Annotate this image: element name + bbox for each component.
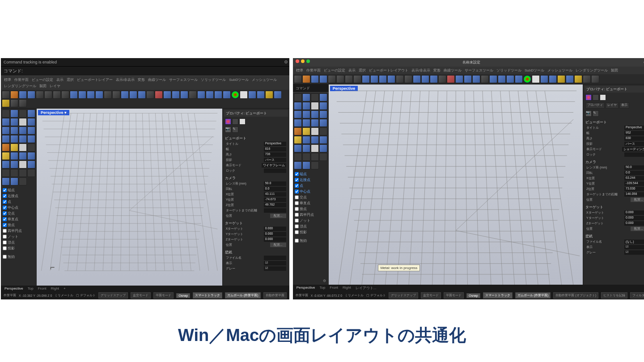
toolbar-icon[interactable]	[481, 75, 489, 83]
tab-icon[interactable]	[239, 118, 246, 125]
tool-icon[interactable]	[302, 136, 310, 144]
toolbar-icon[interactable]	[583, 75, 591, 83]
prop-value[interactable]: 146.058	[624, 192, 644, 197]
tool-icon[interactable]	[294, 110, 302, 118]
prop-value[interactable]: パース	[264, 158, 286, 162]
toolbar-icon[interactable]	[214, 91, 222, 99]
cam-icon[interactable]: 📷	[225, 126, 231, 133]
osnap-option[interactable]: 近接点	[294, 177, 320, 183]
tool-icon[interactable]	[19, 109, 27, 118]
prop-value[interactable]: 0.000	[264, 237, 286, 242]
prop-value[interactable]: 0.000	[624, 210, 644, 215]
toolbar-icon[interactable]	[19, 91, 27, 99]
view-tab[interactable]: Top	[28, 286, 34, 290]
status-toggle[interactable]: 自動作業平面	[263, 292, 287, 299]
toolbar-icon[interactable]	[506, 75, 514, 83]
prop-value[interactable]: 0.0	[624, 171, 644, 175]
toolbar-icon[interactable]	[206, 91, 214, 99]
view-tab[interactable]: Perspective	[297, 286, 315, 290]
traffic-lights[interactable]	[296, 59, 310, 63]
tool-icon[interactable]	[19, 135, 27, 143]
prop-value[interactable]: 0.000	[624, 221, 644, 226]
osnap-option[interactable]: ノット	[2, 234, 36, 240]
menu-item[interactable]: 選択	[65, 77, 75, 83]
toolbar-icon[interactable]	[515, 75, 523, 83]
tool-icon[interactable]	[10, 126, 18, 135]
toolbar-icon[interactable]	[112, 91, 120, 99]
tool-icon[interactable]	[10, 118, 18, 126]
place-button[interactable]: 配置...	[270, 214, 286, 218]
prop-value[interactable]: ☑	[264, 266, 286, 271]
material-icon[interactable]	[225, 118, 231, 125]
tool-icon[interactable]	[27, 126, 35, 135]
tool-icon[interactable]	[2, 169, 10, 177]
toolbar-icon[interactable]	[370, 75, 378, 83]
tool-icon[interactable]	[302, 144, 310, 152]
tool-icon[interactable]	[27, 152, 35, 160]
tool-icon[interactable]	[311, 93, 319, 101]
osnap-option[interactable]: 中心点	[294, 189, 320, 194]
osnap-option[interactable]: 四半円点	[2, 228, 36, 234]
menu-item[interactable]: 表示/非表示	[410, 67, 432, 73]
prop-value[interactable]: 50.0	[624, 165, 644, 170]
tool-icon[interactable]	[27, 169, 35, 177]
menu-item[interactable]: メッシュツール	[546, 67, 574, 73]
toolbar-icon[interactable]	[257, 91, 265, 99]
prop-value[interactable]: ワイヤフレーム	[262, 163, 286, 168]
toolbar-icon[interactable]	[223, 91, 231, 99]
prop-value[interactable]: (なし)	[624, 240, 644, 244]
place-button[interactable]: 配置...	[270, 243, 286, 247]
place-button[interactable]: 配置...	[631, 227, 644, 231]
tool-icon[interactable]	[311, 102, 319, 110]
toolbar-icon[interactable]	[319, 75, 327, 83]
tool-icon[interactable]	[27, 109, 35, 118]
status-toggle[interactable]: グリッドスナップ	[389, 292, 418, 299]
toolbar-icon[interactable]	[379, 75, 387, 83]
tool-icon[interactable]	[2, 118, 10, 126]
toolbar-icon[interactable]	[328, 75, 336, 83]
status-layer[interactable]: ▢ デフォルト	[76, 293, 96, 298]
view-tab[interactable]: Right	[343, 286, 351, 290]
mac-viewport[interactable]: Perspective Metal: work in progress	[329, 84, 583, 285]
gear-icon[interactable]: ⚙	[323, 279, 326, 283]
status-cplane[interactable]: 作業平面	[296, 293, 308, 298]
status-toggle[interactable]: グリッドスナップ	[98, 292, 128, 299]
toolbar-icon[interactable]	[294, 75, 302, 83]
toolbar-icon[interactable]	[274, 91, 282, 99]
status-toggle[interactable]: 直交モード	[131, 292, 151, 299]
tool-icon[interactable]	[311, 144, 319, 152]
status-toggle[interactable]: ヒストリを記録	[601, 292, 627, 299]
menu-item[interactable]: SubDツール	[228, 77, 250, 83]
status-toggle[interactable]: 自動作業平面 (オブジェクト)	[553, 292, 598, 299]
status-toggle[interactable]: ガムボール (作業平面)	[515, 292, 551, 299]
menu-item[interactable]: メッシュツール	[250, 77, 278, 83]
tool-icon[interactable]	[319, 119, 327, 127]
toolbar-icon[interactable]	[540, 75, 548, 83]
osnap-option[interactable]: 交点	[294, 194, 320, 200]
menu-item[interactable]: 変形	[136, 77, 146, 83]
tool-icon[interactable]	[294, 136, 302, 144]
prop-value[interactable]: 0.0	[264, 187, 286, 191]
menu-item[interactable]: ビューの設定	[322, 67, 347, 73]
osnap-option[interactable]: 投影	[2, 245, 36, 251]
menu-item[interactable]: レイヤ	[48, 83, 62, 89]
menu-item[interactable]: 曲線ツール	[442, 67, 463, 73]
osnap-option[interactable]: 四半円点	[294, 212, 320, 218]
tool-icon[interactable]	[319, 127, 327, 135]
toolbar-icon[interactable]	[248, 91, 256, 99]
status-toggle[interactable]: Osnap	[176, 293, 190, 298]
toolbar-icon[interactable]	[557, 75, 565, 83]
menu-item[interactable]: ビューポートレイアー	[76, 77, 114, 83]
status-toggle[interactable]: 平面モード	[153, 292, 174, 299]
toolbar-icon[interactable]	[10, 99, 18, 107]
toolbar-icon[interactable]	[95, 91, 103, 99]
toolbar-icon[interactable]	[464, 75, 472, 83]
toolbar-icon[interactable]	[311, 75, 319, 83]
toolbar-icon[interactable]	[78, 91, 86, 99]
tool-icon[interactable]	[302, 102, 310, 110]
prop-value[interactable]: ☑	[624, 250, 644, 255]
toolbar-icon[interactable]	[2, 99, 10, 107]
prop-value[interactable]: シェーディング	[622, 147, 644, 152]
toolbar-icon[interactable]	[53, 91, 61, 99]
menu-item[interactable]: 表示	[347, 67, 357, 73]
